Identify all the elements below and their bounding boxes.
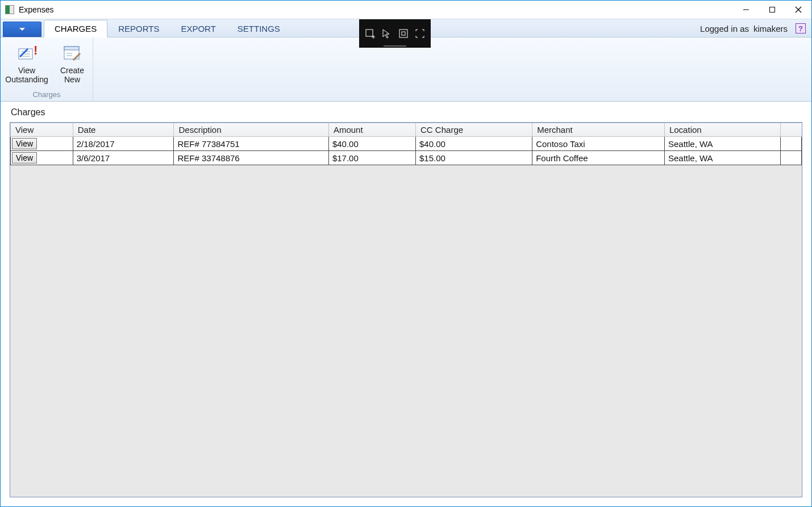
svg-marker-18	[383, 30, 389, 38]
ribbon-button-label: Create	[60, 66, 84, 75]
cell-merchant: Contoso Taxi	[532, 137, 665, 151]
cell-amount: $40.00	[328, 137, 415, 151]
ribbon-button-label: View	[18, 66, 35, 75]
close-icon	[795, 6, 802, 13]
cell-amount: $17.00	[328, 151, 415, 165]
app-window: Expenses CHARGES REPORTS EXPORT SETTINGS…	[0, 0, 812, 507]
create-new-icon	[62, 43, 82, 64]
col-date[interactable]: Date	[73, 123, 174, 137]
cell-cc_charge: $40.00	[416, 137, 532, 151]
logged-in-username: kimakers	[753, 24, 788, 33]
window-controls	[733, 1, 811, 19]
table-header-row: View Date Description Amount CC Charge M…	[11, 123, 802, 137]
content-area: Charges View Date Description Amount CC …	[1, 102, 811, 506]
col-description[interactable]: Description	[174, 123, 328, 137]
svg-rect-1	[770, 7, 775, 12]
title-bar: Expenses	[1, 1, 811, 19]
view-row-button[interactable]: View	[12, 152, 37, 164]
ribbon-group-charges: ! View Outstanding	[1, 37, 93, 101]
cell-date: 2/18/2017	[73, 137, 174, 151]
minimize-button[interactable]	[733, 1, 759, 19]
col-cc-charge[interactable]: CC Charge	[416, 123, 532, 137]
cell-cc_charge: $15.00	[416, 151, 532, 165]
chevron-down-icon	[19, 28, 25, 31]
tab-export[interactable]: EXPORT	[170, 20, 226, 37]
ribbon-button-label: Outstanding	[5, 75, 48, 84]
ribbon-right-panel: Logged in as kimakers ?	[700, 19, 806, 37]
cell-location: Seattle, WA	[664, 137, 780, 151]
recording-toolbar	[359, 19, 431, 48]
page-title: Charges	[1, 102, 811, 122]
cell-location: Seattle, WA	[664, 151, 780, 165]
create-new-button[interactable]: Create New	[55, 40, 89, 84]
col-amount[interactable]: Amount	[328, 123, 415, 137]
col-location[interactable]: Location	[664, 123, 780, 137]
cell-filler	[781, 137, 802, 151]
svg-rect-15	[366, 30, 373, 36]
close-button[interactable]	[785, 1, 811, 19]
logged-in-label: Logged in as	[700, 24, 749, 33]
table-row: View3/6/2017REF# 33748876$17.00$15.00Fou…	[11, 151, 802, 165]
cell-date: 3/6/2017	[73, 151, 174, 165]
cell-description: REF# 77384751	[174, 137, 328, 151]
cursor-select-button[interactable]	[379, 26, 394, 41]
tab-reports[interactable]: REPORTS	[107, 20, 170, 37]
help-icon[interactable]: ?	[796, 23, 806, 33]
view-outstanding-button[interactable]: ! View Outstanding	[4, 40, 49, 84]
svg-rect-19	[399, 30, 407, 37]
col-view[interactable]: View	[11, 123, 73, 137]
ribbon-group-label: Charges	[32, 90, 60, 100]
charges-grid: View Date Description Amount CC Charge M…	[10, 122, 802, 497]
ribbon-button-label: New	[64, 75, 80, 84]
record-add-button[interactable]	[363, 26, 377, 41]
maximize-button[interactable]	[759, 1, 785, 19]
ribbon-tabs: CHARGES REPORTS EXPORT SETTINGS	[44, 19, 291, 37]
svg-text:!: !	[34, 43, 37, 57]
maximize-icon	[769, 6, 776, 13]
tab-charges[interactable]: CHARGES	[44, 20, 107, 37]
window-title: Expenses	[19, 5, 53, 14]
cell-description: REF# 33748876	[174, 151, 328, 165]
view-row-button[interactable]: View	[12, 138, 37, 149]
stop-button[interactable]	[396, 26, 411, 41]
svg-rect-11	[64, 47, 79, 50]
table-row: View2/18/2017REF# 77384751$40.00$40.00Co…	[11, 137, 802, 151]
application-menu-button[interactable]	[3, 22, 41, 37]
col-filler	[781, 123, 802, 137]
svg-rect-20	[402, 32, 405, 35]
tab-settings[interactable]: SETTINGS	[227, 20, 291, 37]
region-select-button[interactable]	[413, 26, 427, 41]
app-icon	[5, 5, 14, 14]
cell-filler	[781, 151, 802, 165]
view-outstanding-icon: !	[16, 43, 37, 64]
minimize-icon	[743, 6, 749, 13]
cell-merchant: Fourth Coffee	[532, 151, 665, 165]
col-merchant[interactable]: Merchant	[532, 123, 665, 137]
